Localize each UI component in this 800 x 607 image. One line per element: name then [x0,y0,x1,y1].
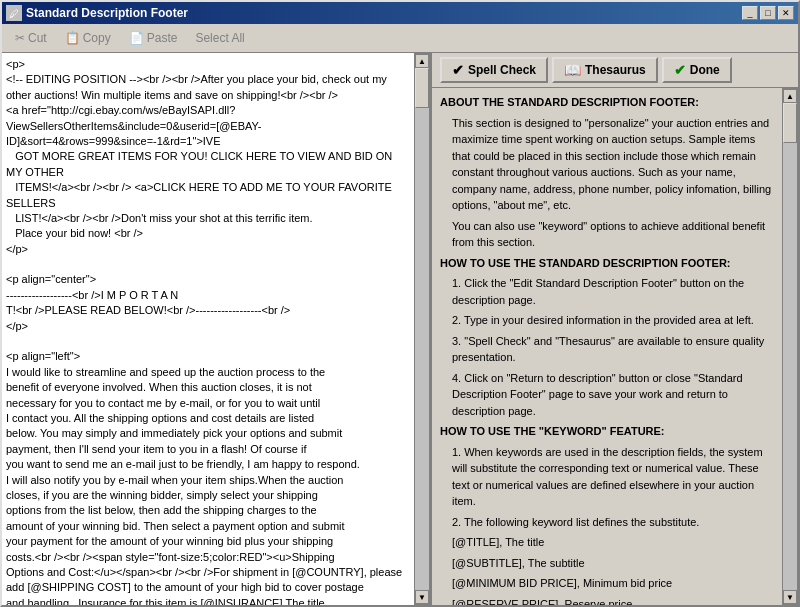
maximize-button[interactable]: □ [760,6,776,20]
title-bar: 🖊 Standard Description Footer _ □ ✕ [2,2,798,24]
right-scroll-track[interactable] [783,103,797,590]
window-icon: 🖊 [6,5,22,21]
done-button[interactable]: ✔ Done [662,57,732,83]
copy-button[interactable]: 📋 Copy [58,28,118,48]
keyword-heading: HOW TO USE THE "KEYWORD" FEATURE: [440,423,774,440]
kw-subtitle: [@SUBTITLE], The subtitle [440,555,774,572]
left-scrollbar[interactable]: ▲ ▼ [414,53,430,605]
left-panel: <p> <!-- EDITING POSITION --><br /><br /… [2,53,432,605]
kw-min-bid: [@MINIMUM BID PRICE], Minimum bid price [440,575,774,592]
main-content: <p> <!-- EDITING POSITION --><br /><br /… [2,53,798,605]
right-content-area: ABOUT THE STANDARD DESCRIPTION FOOTER: T… [432,88,782,605]
title-buttons: _ □ ✕ [742,6,794,20]
how-step-2: 2. Type in your desired information in t… [440,312,774,329]
select-all-button[interactable]: Select All [188,28,251,48]
right-panel: ✔ Spell Check 📖 Thesaurus ✔ Done ABOUT T… [432,53,798,605]
right-toolbar: ✔ Spell Check 📖 Thesaurus ✔ Done [432,53,798,88]
toolbar: ✂ Cut 📋 Copy 📄 Paste Select All [2,24,798,53]
main-window: 🖊 Standard Description Footer _ □ ✕ ✂ Cu… [0,0,800,607]
keyword-step-1: 1. When keywords are used in the descrip… [440,444,774,510]
spell-check-button[interactable]: ✔ Spell Check [440,57,548,83]
close-button[interactable]: ✕ [778,6,794,20]
paste-icon: 📄 [129,31,144,45]
left-scroll-container: <p> <!-- EDITING POSITION --><br /><br /… [2,53,430,605]
minimize-button[interactable]: _ [742,6,758,20]
about-text-1: This section is designed to "personalize… [440,115,774,214]
right-scroll-up[interactable]: ▲ [783,89,797,103]
right-scroll-thumb[interactable] [783,103,797,143]
scroll-track[interactable] [415,68,429,590]
how-step-3: 3. "Spell Check" and "Thesaurus" are ava… [440,333,774,366]
scroll-thumb[interactable] [415,68,429,108]
thesaurus-button[interactable]: 📖 Thesaurus [552,57,658,83]
scroll-up-arrow[interactable]: ▲ [415,54,429,68]
paste-button[interactable]: 📄 Paste [122,28,185,48]
right-scroll-down[interactable]: ▼ [783,590,797,604]
spell-check-icon: ✔ [452,62,464,78]
right-scroll-container: ABOUT THE STANDARD DESCRIPTION FOOTER: T… [432,88,798,605]
keyword-step-2: 2. The following keyword list defines th… [440,514,774,531]
about-text-2: You can also use "keyword" options to ac… [440,218,774,251]
how-step-1: 1. Click the "Edit Standard Description … [440,275,774,308]
done-checkmark-icon: ✔ [674,62,686,78]
kw-title: [@TITLE], The title [440,534,774,551]
scroll-down-arrow[interactable]: ▼ [415,590,429,604]
how-step-4: 4. Click on "Return to description" butt… [440,370,774,420]
description-textarea[interactable]: <p> <!-- EDITING POSITION --><br /><br /… [2,53,414,605]
about-heading: ABOUT THE STANDARD DESCRIPTION FOOTER: [440,94,774,111]
cut-icon: ✂ [15,31,25,45]
title-bar-left: 🖊 Standard Description Footer [6,5,188,21]
how-to-use-heading: HOW TO USE THE STANDARD DESCRIPTION FOOT… [440,255,774,272]
window-title: Standard Description Footer [26,6,188,20]
thesaurus-icon: 📖 [564,62,581,78]
kw-reserve: [@RESERVE PRICE], Reserve price [440,596,774,606]
copy-icon: 📋 [65,31,80,45]
right-scrollbar[interactable]: ▲ ▼ [782,88,798,605]
cut-button[interactable]: ✂ Cut [8,28,54,48]
